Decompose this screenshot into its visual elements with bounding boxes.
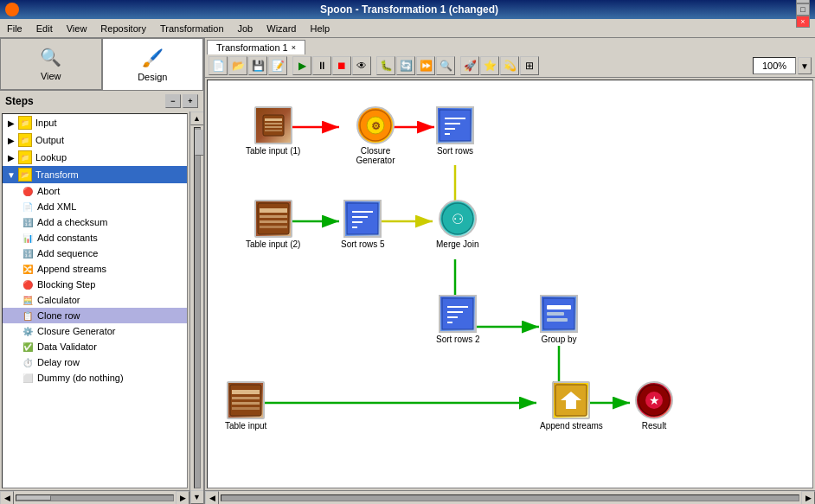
- sidebar-item-input[interactable]: ▶ 📁 Input: [3, 114, 187, 131]
- toolbar-saveas-btn[interactable]: 📝: [268, 56, 287, 75]
- sidebar-item-add-constants[interactable]: 📊 Add constants: [3, 230, 187, 246]
- sidebar-item-add-checksum[interactable]: 🔢 Add a checksum: [3, 214, 187, 230]
- blocking-step-icon: 🔴: [22, 278, 34, 290]
- sidebar-item-blocking-step[interactable]: 🔴 Blocking Step: [3, 277, 187, 292]
- svg-text:★: ★: [649, 393, 660, 407]
- menu-edit[interactable]: Edit: [29, 19, 60, 38]
- sort-rows-2-icon: [439, 295, 477, 333]
- node-sort-rows-2[interactable]: Sort rows 2: [436, 295, 480, 344]
- node-append-streams[interactable]: Append streams: [540, 381, 603, 431]
- sidebar-item-append-streams[interactable]: 🔀 Append streams: [3, 261, 187, 277]
- hscroll-right-btn[interactable]: ▶: [801, 491, 815, 505]
- toolbar-pause-btn[interactable]: ⏸: [312, 56, 331, 75]
- node-result[interactable]: ★ Result: [635, 381, 673, 431]
- sort-rows-5-icon: [343, 200, 382, 238]
- tab-design[interactable]: 🖌️ Design: [102, 38, 204, 90]
- left-scroll-thumb[interactable]: [16, 495, 51, 501]
- vscroll-thumb[interactable]: [195, 130, 204, 156]
- sidebar-item-clone-row[interactable]: 📋 Clone row: [3, 308, 187, 323]
- toolbar-replay-btn[interactable]: 🔄: [396, 56, 415, 75]
- sidebar-item-dummy[interactable]: ⬜ Dummy (do nothing): [3, 370, 187, 386]
- item-add-constants-label: Add constants: [37, 233, 98, 243]
- toolbar-preview-btn[interactable]: 👁: [352, 56, 371, 75]
- table-input-2-icon: [254, 200, 292, 238]
- hscroll-track[interactable]: [221, 494, 799, 501]
- menu-file[interactable]: File: [0, 19, 29, 38]
- node-sort-rows[interactable]: Sort rows: [436, 106, 474, 156]
- close-button[interactable]: ×: [796, 16, 810, 28]
- tab-view[interactable]: 🔍 View: [0, 38, 102, 90]
- svg-rect-18: [265, 130, 282, 131]
- menu-job[interactable]: Job: [231, 19, 260, 38]
- left-horizontal-scrollbar[interactable]: ◀ ▶: [0, 490, 189, 504]
- menu-transformation[interactable]: Transformation: [153, 19, 231, 38]
- item-clone-row-label: Clone row: [37, 310, 80, 321]
- node-table-input-3[interactable]: Table input: [225, 381, 266, 431]
- toolbar-debug-btn[interactable]: 🐛: [376, 56, 395, 75]
- transformation-canvas[interactable]: Table input (1) ⚙ Closure Generator: [207, 80, 813, 488]
- sidebar-item-lookup[interactable]: ▶ 📁 Lookup: [3, 149, 187, 166]
- maximize-button[interactable]: □: [796, 3, 810, 16]
- node-merge-join[interactable]: ⚇ Merge Join: [436, 200, 478, 249]
- zoom-input[interactable]: [753, 57, 796, 74]
- sidebar-item-output[interactable]: ▶ 📁 Output: [3, 131, 187, 149]
- toolbar-save-btn[interactable]: 💾: [248, 56, 267, 75]
- node-group-by[interactable]: Group by: [540, 295, 578, 344]
- toolbar-step-btn[interactable]: ⏩: [416, 56, 435, 75]
- svg-rect-29: [260, 215, 287, 218]
- node-closure-generator[interactable]: ⚙ Closure Generator: [341, 106, 410, 165]
- menu-wizard[interactable]: Wizard: [260, 19, 303, 38]
- view-design-tabs: 🔍 View 🖌️ Design: [0, 38, 203, 91]
- sidebar-item-add-sequence[interactable]: 🔢 Add sequence: [3, 246, 187, 261]
- svg-rect-45: [547, 305, 571, 309]
- menu-view[interactable]: View: [60, 19, 94, 38]
- toolbar-spoon3-btn[interactable]: 💫: [500, 56, 519, 75]
- sidebar-item-delay-row[interactable]: ⏱️ Delay row: [3, 354, 187, 370]
- toolbar-new-btn[interactable]: 📄: [209, 56, 228, 75]
- node-table-input-1[interactable]: Table input (1): [246, 106, 300, 156]
- collapse-all-button[interactable]: −: [165, 94, 181, 108]
- expand-icon-transform: ▼: [6, 169, 16, 180]
- toolbar-launch-btn[interactable]: 🚀: [460, 56, 479, 75]
- toolbar-stop-btn[interactable]: ⏹: [332, 56, 351, 75]
- data-validator-icon: ✅: [22, 341, 34, 353]
- toolbar-open-btn[interactable]: 📂: [228, 56, 247, 75]
- calculator-icon: 🧮: [22, 294, 34, 306]
- sidebar-item-add-xml[interactable]: 📄 Add XML: [3, 199, 187, 214]
- left-scroll-right-btn[interactable]: ▶: [176, 491, 189, 505]
- main-layout: 🔍 View 🖌️ Design Steps − + ▶: [0, 38, 815, 504]
- sidebar-item-transform[interactable]: ▼ 📂 Transform: [3, 166, 187, 183]
- item-add-sequence-label: Add sequence: [37, 248, 98, 258]
- node-sort-rows-5[interactable]: Sort rows 5: [341, 200, 385, 249]
- canvas-horizontal-scrollbar[interactable]: ◀ ▶: [205, 490, 815, 504]
- zoom-dropdown-btn[interactable]: ▼: [798, 57, 812, 74]
- canvas-tab-transformation1[interactable]: Transformation 1 ×: [207, 40, 305, 54]
- svg-rect-31: [260, 226, 287, 228]
- append-streams-icon: 🔀: [22, 263, 34, 275]
- expand-all-button[interactable]: +: [183, 94, 198, 108]
- sort-rows-label: Sort rows: [437, 146, 473, 156]
- vscroll-down-btn[interactable]: ▼: [190, 490, 204, 504]
- svg-rect-39: [442, 298, 473, 329]
- vscroll-track[interactable]: [194, 127, 201, 488]
- left-scroll-track[interactable]: [16, 494, 174, 501]
- toolbar-sniff-btn[interactable]: 🔍: [436, 56, 455, 75]
- toolbar-spoon2-btn[interactable]: ⭐: [480, 56, 499, 75]
- sidebar-item-data-validator[interactable]: ✅ Data Validator: [3, 339, 187, 354]
- sidebar-item-calculator[interactable]: 🧮 Calculator: [3, 292, 187, 308]
- menu-help[interactable]: Help: [303, 19, 337, 38]
- vscroll-up-btn[interactable]: ▲: [190, 112, 204, 125]
- left-panel-inner: ▶ 📁 Input ▶ 📁 Output ▶ 📁 Lookup: [0, 112, 203, 504]
- sidebar-item-abort[interactable]: 🔴 Abort: [3, 183, 187, 199]
- menu-repository[interactable]: Repository: [93, 19, 153, 38]
- node-table-input-2[interactable]: Table input (2): [246, 200, 300, 249]
- left-vertical-scrollbar[interactable]: ▲ ▼: [189, 112, 203, 504]
- toolbar-align-btn[interactable]: ⊞: [520, 56, 539, 75]
- sidebar-item-closure-generator[interactable]: ⚙️ Closure Generator: [3, 323, 187, 339]
- left-scroll-left-btn[interactable]: ◀: [0, 491, 14, 505]
- toolbar-run-btn[interactable]: ▶: [292, 56, 311, 75]
- canvas-tab-close-btn[interactable]: ×: [292, 43, 296, 52]
- hscroll-left-btn[interactable]: ◀: [205, 491, 219, 505]
- svg-text:⚙: ⚙: [371, 120, 381, 132]
- category-lookup-label: Lookup: [35, 152, 67, 163]
